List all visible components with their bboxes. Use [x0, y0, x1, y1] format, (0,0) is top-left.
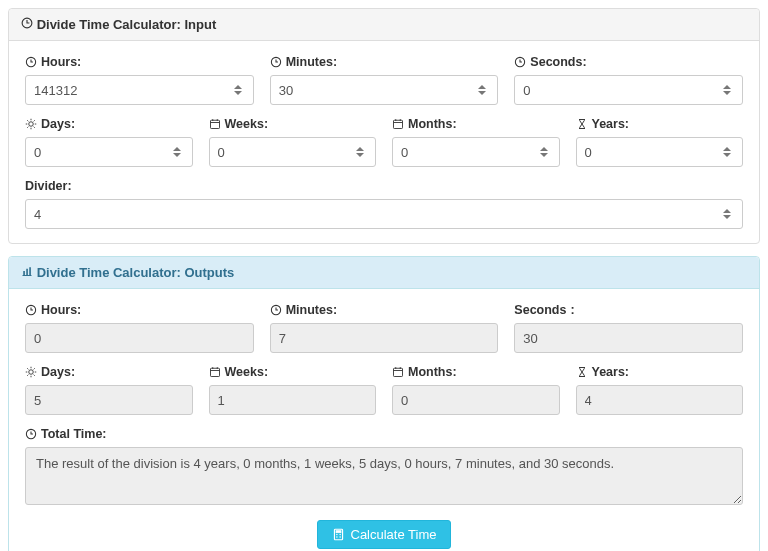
- calendar-icon: [392, 118, 404, 130]
- output-panel-body: Hours: Minutes: Seconds:: [9, 289, 759, 551]
- svg-line-34: [34, 375, 35, 376]
- calculate-time-button[interactable]: Calculate Time: [317, 520, 452, 549]
- svg-line-11: [27, 127, 28, 128]
- hourglass-icon: [576, 118, 588, 130]
- minutes-input[interactable]: [270, 75, 499, 105]
- weeks-label: Weeks:: [209, 117, 377, 131]
- hours-input-wrap: [25, 75, 254, 105]
- clock-icon: [21, 17, 33, 29]
- input-panel: Divide Time Calculator: Input Hours: Min…: [8, 8, 760, 244]
- total-time-field: The result of the division is 4 years, 0…: [25, 447, 743, 505]
- out-minutes-label: Minutes:: [270, 303, 499, 317]
- svg-point-4: [29, 122, 34, 127]
- out-years-field: [576, 385, 744, 415]
- clock-icon: [25, 428, 37, 440]
- years-label: Years:: [576, 117, 744, 131]
- seconds-label: Seconds:: [514, 55, 743, 69]
- years-input[interactable]: [576, 137, 744, 167]
- out-seconds-label: Seconds:: [514, 303, 743, 317]
- output-panel-header: Divide Time Calculator: Outputs: [9, 257, 759, 289]
- out-months-label: Months:: [392, 365, 560, 379]
- clock-icon: [514, 56, 526, 68]
- calculator-icon: [332, 528, 345, 541]
- calendar-icon: [392, 366, 404, 378]
- out-hours-field: [25, 323, 254, 353]
- svg-rect-17: [394, 120, 403, 128]
- svg-rect-21: [23, 271, 25, 276]
- clock-icon: [270, 304, 282, 316]
- months-label: Months:: [392, 117, 560, 131]
- calculate-time-button-label: Calculate Time: [351, 527, 437, 542]
- seconds-input[interactable]: [514, 75, 743, 105]
- svg-rect-45: [336, 531, 341, 533]
- clock-icon: [25, 56, 37, 68]
- sun-icon: [25, 366, 37, 378]
- svg-line-9: [27, 120, 28, 121]
- divider-input[interactable]: [25, 199, 743, 229]
- svg-line-10: [34, 120, 35, 121]
- svg-rect-22: [26, 269, 28, 276]
- divider-label: Divider:: [25, 179, 743, 193]
- out-hours-label: Hours:: [25, 303, 254, 317]
- minutes-label: Minutes:: [270, 55, 499, 69]
- sun-icon: [25, 118, 37, 130]
- weeks-input[interactable]: [209, 137, 377, 167]
- svg-point-48: [336, 536, 337, 537]
- out-years-label: Years:: [576, 365, 744, 379]
- svg-line-31: [27, 368, 28, 369]
- bar-chart-icon: [21, 265, 33, 277]
- svg-point-26: [29, 370, 34, 375]
- hours-input[interactable]: [25, 75, 254, 105]
- out-weeks-label: Weeks:: [209, 365, 377, 379]
- calendar-icon: [209, 118, 221, 130]
- output-panel-title: Divide Time Calculator: Outputs: [37, 265, 235, 280]
- out-minutes-field: [270, 323, 499, 353]
- svg-point-49: [339, 536, 340, 537]
- days-input[interactable]: [25, 137, 193, 167]
- input-panel-header: Divide Time Calculator: Input: [9, 9, 759, 41]
- hours-label: Hours:: [25, 55, 254, 69]
- svg-rect-39: [394, 368, 403, 376]
- out-months-field: [392, 385, 560, 415]
- calendar-icon: [209, 366, 221, 378]
- clock-icon: [270, 56, 282, 68]
- input-panel-body: Hours: Minutes:: [9, 41, 759, 243]
- out-seconds-field: [514, 323, 743, 353]
- total-time-label: Total Time:: [25, 427, 743, 441]
- input-panel-title: Divide Time Calculator: Input: [37, 17, 217, 32]
- out-days-label: Days:: [25, 365, 193, 379]
- svg-point-47: [339, 534, 340, 535]
- svg-rect-23: [29, 267, 31, 275]
- svg-line-12: [34, 127, 35, 128]
- months-input[interactable]: [392, 137, 560, 167]
- hourglass-icon: [576, 366, 588, 378]
- days-label: Days:: [25, 117, 193, 131]
- svg-rect-35: [210, 368, 219, 376]
- svg-line-32: [34, 368, 35, 369]
- svg-rect-13: [210, 120, 219, 128]
- svg-line-33: [27, 375, 28, 376]
- out-days-field: [25, 385, 193, 415]
- clock-icon: [25, 304, 37, 316]
- out-weeks-field: [209, 385, 377, 415]
- svg-point-46: [336, 534, 337, 535]
- output-panel: Divide Time Calculator: Outputs Hours: M…: [8, 256, 760, 551]
